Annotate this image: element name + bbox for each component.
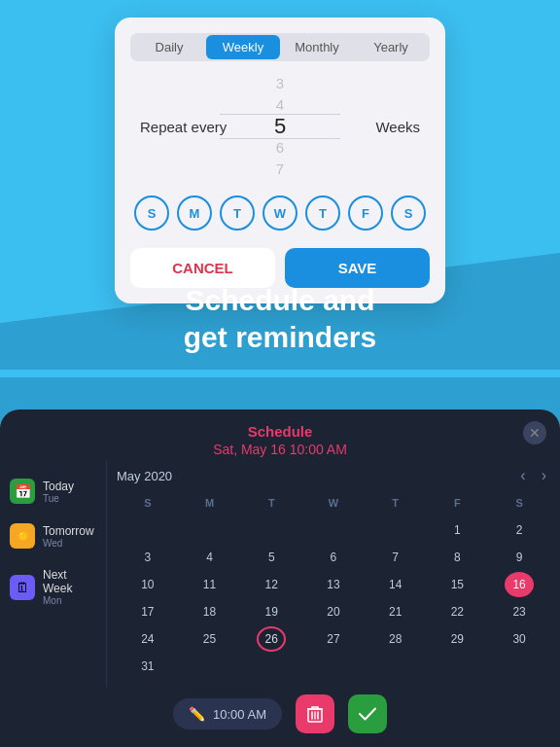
time-chip[interactable]: ✏️ 10:00 AM (173, 698, 282, 729)
schedule-header: Schedule Sat, May 16 10:00 AM ✕ (0, 409, 560, 461)
day-monday[interactable]: M (177, 196, 212, 231)
cal-header-T2: T (381, 490, 410, 516)
picker-num-3: 3 (276, 74, 284, 93)
trash-icon (307, 705, 323, 723)
cal-cell-13[interactable]: 13 (319, 572, 348, 597)
cal-cell-28[interactable]: 28 (381, 626, 410, 652)
picker-line-bottom (220, 138, 339, 139)
cal-cell-empty9 (381, 654, 410, 679)
segment-weekly[interactable]: Weekly (206, 35, 280, 59)
calendar-area: May 2020 ‹ › S M T W T F S (107, 461, 560, 687)
cal-cell-25[interactable]: 25 (195, 626, 225, 652)
cal-cell-12[interactable]: 12 (257, 572, 286, 597)
sidebar-item-tomorrow[interactable]: ☀️ Tomorrow Wed (0, 514, 106, 558)
cal-cell-8[interactable]: 8 (442, 545, 472, 570)
day-tuesday[interactable]: T (220, 196, 255, 231)
cal-cell-31[interactable]: 31 (133, 654, 162, 679)
cal-cell-27[interactable]: 27 (319, 626, 348, 652)
cal-row-6: 31 (117, 654, 550, 679)
next-month-button[interactable]: › (538, 467, 550, 484)
confirm-button[interactable] (348, 694, 387, 733)
cal-cell-2[interactable]: 2 (505, 517, 534, 543)
cal-cell-30[interactable]: 30 (505, 626, 534, 652)
cal-cell-22[interactable]: 22 (442, 599, 472, 624)
sidebar-tomorrow-text: Tomorrow Wed (43, 524, 94, 549)
sidebar-today-label: Today (43, 480, 74, 493)
sidebar-item-today[interactable]: 📅 Today Tue (0, 469, 106, 514)
cal-cell-empty1 (133, 517, 162, 543)
cal-cell-6[interactable]: 6 (319, 545, 348, 570)
cal-cell-10[interactable]: 10 (133, 572, 162, 597)
close-button[interactable]: ✕ (523, 421, 546, 445)
cal-header-W: W (319, 490, 348, 516)
cal-cell-29[interactable]: 29 (442, 626, 472, 652)
schedule-body: 📅 Today Tue ☀️ Tomorrow Wed 🗓 Next Week … (0, 461, 560, 687)
cal-cell-15[interactable]: 15 (442, 572, 472, 597)
delete-button[interactable] (296, 694, 334, 733)
day-saturday[interactable]: S (391, 196, 426, 231)
cal-row-4: 17 18 19 20 21 22 23 (117, 599, 550, 624)
repeat-card: Daily Weekly Monthly Yearly Repeat every… (115, 18, 445, 303)
sidebar-nextweek-label: Next Week (43, 568, 96, 595)
pencil-icon: ✏️ (189, 706, 205, 722)
day-thursday[interactable]: T (305, 196, 340, 231)
check-icon (359, 707, 376, 721)
cal-row-2: 3 4 5 6 7 8 9 (117, 545, 550, 570)
cal-row-1: 1 2 (117, 517, 550, 543)
cal-cell-26-selected[interactable]: 26 (257, 626, 286, 652)
cal-cell-1[interactable]: 1 (442, 517, 472, 543)
month-label: May 2020 (117, 469, 172, 483)
cal-header-T1: T (257, 490, 286, 516)
cal-cell-23[interactable]: 23 (505, 599, 534, 624)
cal-cell-24[interactable]: 24 (133, 626, 162, 652)
cal-row-3: 10 11 12 13 14 15 16 (117, 572, 550, 597)
cal-cell-17[interactable]: 17 (133, 599, 162, 624)
sidebar-tomorrow-label: Tomorrow (43, 524, 94, 538)
cal-cell-empty11 (505, 654, 534, 679)
today-icon: 📅 (10, 479, 35, 504)
cal-header-S2: S (505, 490, 534, 516)
cal-cell-20[interactable]: 20 (319, 599, 348, 624)
sidebar-today-day: Tue (43, 493, 74, 504)
day-wednesday[interactable]: W (262, 196, 298, 231)
headline: Schedule and get reminders (0, 282, 560, 355)
cal-cell-11[interactable]: 11 (195, 572, 225, 597)
cal-cell-21[interactable]: 21 (381, 599, 410, 624)
cal-cell-4[interactable]: 4 (195, 545, 225, 570)
cal-cell-empty6 (195, 654, 225, 679)
sidebar-today-text: Today Tue (43, 480, 74, 504)
headline-line1: Schedule and (0, 282, 560, 319)
picker-num-7: 7 (276, 160, 284, 179)
cal-cell-7[interactable]: 7 (381, 545, 410, 570)
prev-month-button[interactable]: ‹ (516, 467, 529, 484)
schedule-card: Schedule Sat, May 16 10:00 AM ✕ 📅 Today … (0, 409, 560, 747)
nextweek-icon: 🗓 (10, 575, 35, 600)
cal-cell-19[interactable]: 19 (257, 599, 286, 624)
sidebar-item-nextweek[interactable]: 🗓 Next Week Mon (0, 558, 106, 616)
cal-cell-empty3 (257, 517, 286, 543)
day-sunday[interactable]: S (134, 196, 169, 231)
cal-cell-empty8 (319, 654, 348, 679)
cal-cell-18[interactable]: 18 (195, 599, 225, 624)
tomorrow-icon: ☀️ (10, 523, 35, 549)
segment-daily[interactable]: Daily (132, 35, 206, 59)
picker-num-6: 6 (276, 138, 284, 158)
day-friday[interactable]: F (348, 196, 383, 231)
cal-cell-empty2 (195, 517, 225, 543)
cal-header-M: M (195, 490, 225, 516)
headline-line2: get reminders (0, 319, 560, 356)
sidebar-nextweek-text: Next Week Mon (43, 568, 96, 606)
sidebar-nextweek-day: Mon (43, 595, 96, 606)
cal-row-5: 24 25 26 27 28 29 30 (117, 626, 550, 652)
calendar-grid: S M T W T F S 1 2 (117, 490, 550, 679)
cal-cell-16-today[interactable]: 16 (505, 572, 534, 597)
cal-cell-3[interactable]: 3 (133, 545, 162, 570)
cal-cell-9[interactable]: 9 (505, 545, 534, 570)
cal-cell-5[interactable]: 5 (257, 545, 286, 570)
picker-numbers[interactable]: 2 3 4 5 6 7 8 (274, 73, 286, 180)
segment-monthly[interactable]: Monthly (280, 35, 354, 59)
cal-cell-14[interactable]: 14 (381, 572, 410, 597)
repeat-every-label: Repeat every (140, 119, 227, 135)
segment-yearly[interactable]: Yearly (354, 35, 428, 59)
bottom-bar: ✏️ 10:00 AM (0, 687, 560, 737)
